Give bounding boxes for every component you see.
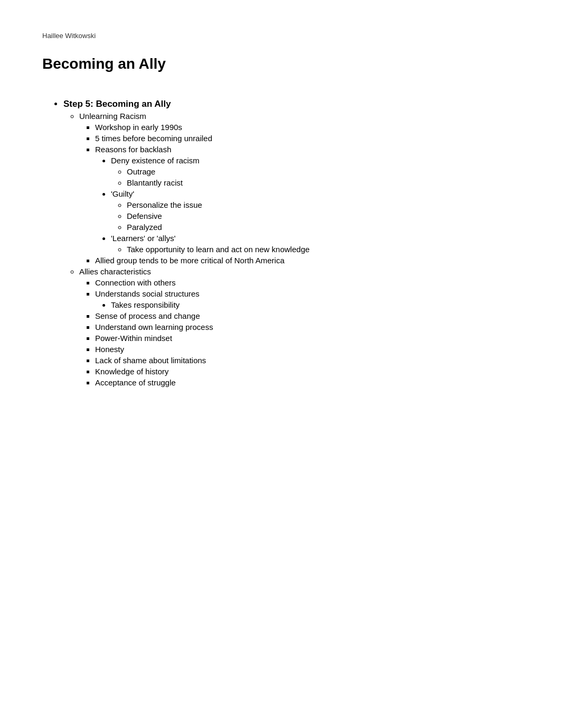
learners-allys-children: Take opportunity to learn and act on new… xyxy=(127,245,519,254)
top-level-list: Step 5: Becoming an Ally Unlearning Raci… xyxy=(63,99,519,387)
understand-learning-item: Understand own learning process xyxy=(95,322,519,331)
paralyzed-item: Paralyzed xyxy=(127,223,519,232)
allied-group-label: Allied group tends to be more critical o… xyxy=(95,256,285,265)
learners-allys-label: 'Learners' or 'allys' xyxy=(111,234,175,243)
paralyzed-label: Paralyzed xyxy=(127,223,162,232)
step5-children: Unlearning Racism Workshop in early 1990… xyxy=(79,112,519,387)
five-times-item: 5 times before becoming unrailed xyxy=(95,134,519,143)
step5-label: Step 5: Becoming an Ally xyxy=(63,99,171,109)
power-within-label: Power-Within mindset xyxy=(95,334,172,343)
unlearning-racism-item: Unlearning Racism Workshop in early 1990… xyxy=(79,112,519,265)
understands-social-label: Understands social structures xyxy=(95,289,200,298)
power-within-item: Power-Within mindset xyxy=(95,334,519,343)
take-opportunity-label: Take opportunity to learn and act on new… xyxy=(127,245,310,254)
deny-existence-label: Deny existence of racism xyxy=(111,156,200,165)
guilty-item: 'Guilty' Personalize the issue Defensive xyxy=(111,189,519,232)
knowledge-history-item: Knowledge of history xyxy=(95,367,519,376)
knowledge-history-label: Knowledge of history xyxy=(95,367,169,376)
defensive-label: Defensive xyxy=(127,211,162,220)
acceptance-struggle-item: Acceptance of struggle xyxy=(95,378,519,387)
lack-shame-item: Lack of shame about limitations xyxy=(95,356,519,365)
outrage-item: Outrage xyxy=(127,167,519,176)
sense-process-label: Sense of process and change xyxy=(95,311,200,320)
reasons-backlash-item: Reasons for backlash Deny existence of r… xyxy=(95,145,519,254)
learners-allys-item: 'Learners' or 'allys' Take opportunity t… xyxy=(111,234,519,254)
blantantly-racist-label: Blantantly racist xyxy=(127,178,183,187)
personalize-label: Personalize the issue xyxy=(127,200,202,209)
allies-characteristics-item: Allies characteristics Connection with o… xyxy=(79,267,519,387)
take-opportunity-item: Take opportunity to learn and act on new… xyxy=(127,245,519,254)
connection-others-item: Connection with others xyxy=(95,278,519,287)
step5-item: Step 5: Becoming an Ally Unlearning Raci… xyxy=(63,99,519,387)
understands-social-item: Understands social structures Takes resp… xyxy=(95,289,519,309)
defensive-item: Defensive xyxy=(127,211,519,220)
workshop-label: Workshop in early 1990s xyxy=(95,123,182,132)
allies-characteristics-children: Connection with others Understands socia… xyxy=(95,278,519,387)
workshop-item: Workshop in early 1990s xyxy=(95,123,519,132)
deny-existence-item: Deny existence of racism Outrage Blantan… xyxy=(111,156,519,187)
deny-existence-children: Outrage Blantantly racist xyxy=(127,167,519,187)
author-name: Haillee Witkowski xyxy=(42,32,519,40)
backlash-children: Deny existence of racism Outrage Blantan… xyxy=(111,156,519,254)
takes-responsibility-label: Takes responsibility xyxy=(111,300,180,309)
five-times-label: 5 times before becoming unrailed xyxy=(95,134,212,143)
guilty-children: Personalize the issue Defensive Paralyze… xyxy=(127,200,519,232)
takes-responsibility-item: Takes responsibility xyxy=(111,300,519,309)
guilty-label: 'Guilty' xyxy=(111,189,134,198)
sense-process-item: Sense of process and change xyxy=(95,311,519,320)
blantantly-racist-item: Blantantly racist xyxy=(127,178,519,187)
unlearning-racism-label: Unlearning Racism xyxy=(79,112,146,121)
allied-group-item: Allied group tends to be more critical o… xyxy=(95,256,519,265)
main-content: Step 5: Becoming an Ally Unlearning Raci… xyxy=(53,99,519,387)
understands-social-children: Takes responsibility xyxy=(111,300,519,309)
reasons-backlash-label: Reasons for backlash xyxy=(95,145,171,154)
lack-shame-label: Lack of shame about limitations xyxy=(95,356,206,365)
understand-learning-label: Understand own learning process xyxy=(95,322,213,331)
outrage-label: Outrage xyxy=(127,167,155,176)
page-title: Becoming an Ally xyxy=(42,56,519,72)
acceptance-struggle-label: Acceptance of struggle xyxy=(95,378,176,387)
honesty-label: Honesty xyxy=(95,345,124,354)
honesty-item: Honesty xyxy=(95,345,519,354)
unlearning-racism-children: Workshop in early 1990s 5 times before b… xyxy=(95,123,519,265)
allies-characteristics-label: Allies characteristics xyxy=(79,267,151,276)
connection-others-label: Connection with others xyxy=(95,278,176,287)
personalize-item: Personalize the issue xyxy=(127,200,519,209)
